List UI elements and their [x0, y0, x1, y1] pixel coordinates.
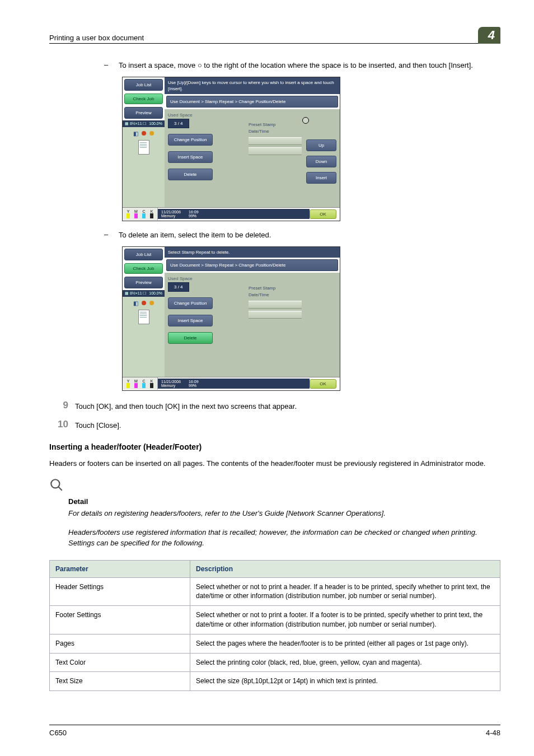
breadcrumb: Use Document > Stamp Repeat > Change Pos…	[166, 259, 338, 271]
preview-button[interactable]: Preview	[124, 277, 163, 288]
screenshot-insert-space: Job List Check Job Preview ▦ 8½×11 ☐100.…	[122, 77, 340, 221]
section-heading: Inserting a header/footer (Header/Footer…	[49, 442, 500, 451]
detail-text-2: Headers/footers use registered informati…	[68, 527, 500, 549]
stamp-datetime: Date/Time	[249, 292, 302, 298]
header-title: Printing a user box document	[49, 34, 478, 42]
ok-button[interactable]: OK	[310, 379, 336, 389]
note-delete-item: – To delete an item, select the item to …	[104, 230, 500, 241]
preview-pane: ◧	[123, 127, 165, 207]
preview-button[interactable]: Preview	[124, 107, 163, 119]
table-row: Footer SettingsSelect whether or not to …	[50, 606, 500, 634]
stamp-slot	[249, 311, 302, 319]
toner-levels: Y M C K	[123, 377, 158, 390]
toner-levels: Y M C K	[123, 208, 158, 220]
status-bar: 11/21/2006Memory 16:0999%	[158, 379, 310, 389]
svg-point-0	[51, 479, 59, 488]
page-number: 4-48	[486, 729, 500, 737]
insert-button[interactable]: Insert	[306, 172, 336, 184]
paper-indicator: ▦ 8½×11 ☐100.0%	[123, 120, 165, 127]
note-insert-space: – To insert a space, move ○ to the right…	[104, 60, 500, 71]
model-number: C650	[49, 729, 67, 737]
counter: 3 / 4	[168, 282, 189, 292]
table-header-description: Description	[190, 560, 500, 577]
check-job-button[interactable]: Check Job	[124, 94, 163, 104]
page-header: Printing a user box document 4	[49, 25, 500, 44]
magnifier-icon	[49, 478, 500, 496]
used-space-label: Used Space	[168, 276, 336, 281]
detail-text-1: For details on registering headers/foote…	[68, 508, 500, 519]
stamp-preset: Preset Stamp	[249, 285, 302, 292]
used-space-label: Used Space	[168, 113, 336, 118]
insert-space-button[interactable]: Insert Space	[168, 151, 213, 163]
change-position-button[interactable]: Change Position	[168, 297, 213, 309]
intro-paragraph: Headers or footers can be inserted on al…	[49, 458, 500, 469]
breadcrumb: Use Document > Stamp Repeat > Change Pos…	[166, 96, 338, 108]
instruction-message: Use [Up]/[Down] keys to move cursor to w…	[165, 77, 340, 94]
up-button[interactable]: Up	[306, 139, 336, 151]
cursor-indicator	[302, 117, 309, 124]
check-job-button[interactable]: Check Job	[124, 263, 163, 274]
step-10: 10 Touch [Close].	[49, 419, 500, 430]
stamp-preset: Preset Stamp	[249, 122, 302, 128]
stamp-slot	[249, 301, 302, 309]
detail-heading: Detail	[68, 497, 500, 506]
table-row: Text ColorSelect the printing color (bla…	[50, 653, 500, 672]
down-button[interactable]: Down	[306, 156, 336, 167]
step-9: 9 Touch [OK], and then touch [OK] in the…	[49, 400, 500, 411]
counter: 3 / 4	[168, 119, 189, 128]
screenshot-delete-item: Job List Check Job Preview ▦ 8½×11 ☐100.…	[122, 246, 340, 391]
table-row: Header SettingsSelect whether or not to …	[50, 577, 500, 606]
stamp-datetime: Date/Time	[249, 128, 302, 135]
paper-indicator: ▦ 8½×11 ☐100.0%	[123, 290, 165, 297]
instruction-message: Select Stamp Repeat to delete.	[165, 247, 340, 258]
job-list-button[interactable]: Job List	[124, 79, 163, 91]
svg-line-1	[58, 487, 62, 491]
change-position-button[interactable]: Change Position	[168, 134, 213, 146]
table-header-parameter: Parameter	[50, 560, 190, 577]
stamp-slot	[249, 147, 302, 155]
stamp-slot	[249, 137, 302, 145]
insert-space-button[interactable]: Insert Space	[168, 315, 213, 326]
delete-button[interactable]: Delete	[168, 332, 213, 344]
detail-callout: Detail For details on registering header…	[49, 478, 500, 549]
preview-pane: ◧	[123, 297, 165, 377]
page-footer: C650 4-48	[49, 725, 500, 737]
job-list-button[interactable]: Job List	[124, 249, 163, 260]
ok-button[interactable]: OK	[310, 209, 336, 219]
status-bar: 11/21/2006Memory 16:0999%	[158, 209, 310, 219]
table-row: Text SizeSelect the size (8pt,10pt,12pt …	[50, 672, 500, 691]
chapter-tab: 4	[478, 27, 500, 44]
table-row: PagesSelect the pages where the header/f…	[50, 634, 500, 653]
parameter-table: Parameter Description Header SettingsSel…	[49, 560, 500, 692]
delete-button[interactable]: Delete	[168, 169, 213, 180]
